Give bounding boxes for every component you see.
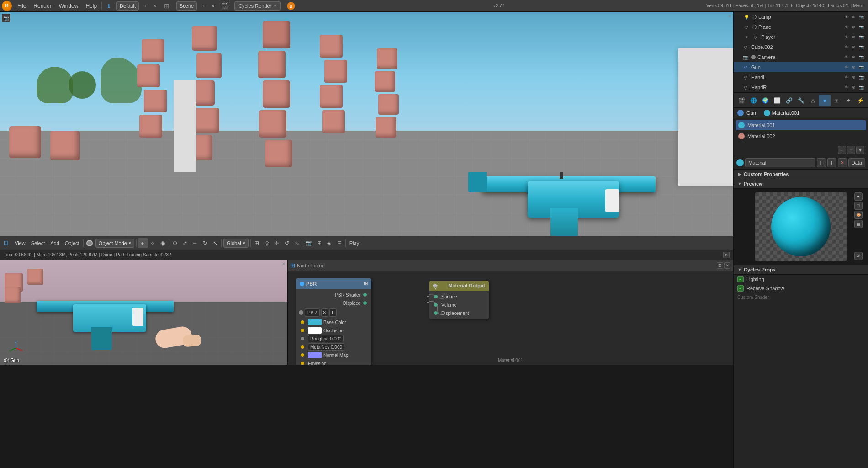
preview-monkey-btn[interactable]: 🐵 xyxy=(854,211,863,219)
particles-icon[interactable]: ✦ xyxy=(842,95,854,106)
wire-view-btn[interactable]: ○ xyxy=(148,238,158,248)
translate-btn[interactable]: ↔ xyxy=(190,238,200,248)
normal-map-swatch[interactable] xyxy=(308,352,322,358)
player-eye-btn[interactable]: 👁 xyxy=(843,34,850,40)
solid-view-btn[interactable]: ● xyxy=(138,238,148,248)
scene-props-icon[interactable]: 🌐 xyxy=(747,95,759,106)
handr-render-btn[interactable]: 📷 xyxy=(858,84,864,90)
rendered-view-btn[interactable]: ◉ xyxy=(158,238,168,248)
rotate-tool-btn[interactable]: ↺ xyxy=(282,238,292,248)
menu-help[interactable]: Help xyxy=(82,0,101,12)
select-menu[interactable]: Select xyxy=(28,238,48,248)
proportional-btn[interactable]: ◎ xyxy=(262,238,272,248)
preview-mat-btn[interactable]: ▦ xyxy=(854,220,863,228)
occlusion-swatch[interactable] xyxy=(308,327,322,334)
lamp-cursor-btn[interactable]: ⊕ xyxy=(851,14,857,20)
sv-corner-btn[interactable]: ✕ xyxy=(282,261,286,266)
render-props-icon[interactable]: 🎬 xyxy=(736,95,747,106)
add-menu[interactable]: Add xyxy=(48,238,62,248)
mat-data-btn[interactable]: Data xyxy=(848,158,865,167)
transform-global-selector[interactable]: Global ▾ xyxy=(223,239,249,248)
pbr-num-field[interactable]: 8 xyxy=(321,308,328,317)
handl-eye-btn[interactable]: 👁 xyxy=(843,74,850,80)
pbr-f-btn[interactable]: F xyxy=(329,308,337,317)
handl-cursor-btn[interactable]: ⊕ xyxy=(851,74,857,80)
obj-item-gun[interactable]: ▽ Gun 👁 ⊕ 📷 xyxy=(734,62,868,72)
world-props-icon[interactable]: 🌍 xyxy=(759,95,771,106)
mat-add-btn[interactable]: + xyxy=(838,146,846,154)
handr-cursor-btn[interactable]: ⊕ xyxy=(851,84,857,90)
handl-render-btn[interactable]: 📷 xyxy=(858,74,864,80)
obj-item-handl[interactable]: ▽ HandL 👁 ⊕ 📷 xyxy=(734,72,868,82)
obj-item-camera[interactable]: 📷 Camera 👁 ⊕ 📷 xyxy=(734,52,868,62)
object-menu[interactable]: Object xyxy=(62,238,82,248)
plane-eye-btn[interactable]: 👁 xyxy=(843,24,850,30)
pbr-node[interactable]: PBR ⊞ PBR Shader xyxy=(296,278,371,365)
small-viewport[interactable]: x y z (0) Gun ✕ xyxy=(0,260,288,365)
pivot-btn[interactable]: ⊙ xyxy=(170,238,180,248)
manipulator-btn[interactable]: ⤢ xyxy=(180,238,190,248)
texture-props-icon[interactable]: ⊞ xyxy=(831,95,842,106)
rotate-btn[interactable]: ↻ xyxy=(200,238,210,248)
cube002-eye-btn[interactable]: 👁 xyxy=(843,44,850,50)
modifiers-icon[interactable]: 🔧 xyxy=(795,95,807,106)
material-props-icon[interactable]: ● xyxy=(819,95,831,106)
menu-file[interactable]: File xyxy=(14,0,30,12)
obj-item-plane[interactable]: ▽ Plane 👁 ⊕ 📷 xyxy=(734,22,868,32)
custom-properties-section[interactable]: ▶ Custom Properties xyxy=(734,170,868,179)
cube002-cursor-btn[interactable]: ⊕ xyxy=(851,44,857,50)
metalness-field[interactable]: MetalNes:0.000 xyxy=(308,343,344,351)
player-cursor-btn[interactable]: ⊕ xyxy=(851,34,857,40)
lighting-checkbox[interactable]: ✓ xyxy=(737,276,744,282)
camera-icon[interactable]: 📷 xyxy=(2,14,10,22)
view-menu[interactable]: View xyxy=(12,238,28,248)
data-props-icon[interactable]: △ xyxy=(807,95,819,106)
mat-down-btn[interactable]: ▼ xyxy=(856,146,864,154)
preview-section-header[interactable]: ▼ Preview xyxy=(734,179,868,189)
cube002-render-btn[interactable]: 📷 xyxy=(858,44,864,50)
mat-f-btn[interactable]: F xyxy=(817,158,826,167)
player-render-btn[interactable]: 📷 xyxy=(858,34,864,40)
camera-cursor-btn[interactable]: ⊕ xyxy=(851,54,857,60)
constraints-icon[interactable]: 🔗 xyxy=(783,95,795,106)
roughness-field[interactable]: Roughne:0.000 xyxy=(308,335,344,342)
preview-plane-btn[interactable]: □ xyxy=(854,202,863,210)
lamp-render-btn[interactable]: 📷 xyxy=(858,14,864,20)
cycles-props-section[interactable]: ▼ Cycles Props xyxy=(734,265,868,275)
base-color-swatch[interactable] xyxy=(308,319,322,325)
viewport-icon-1[interactable]: 📷 xyxy=(304,238,314,248)
node-editor[interactable]: ⊞ Node Editor ⊞ ✕ xyxy=(288,260,733,365)
move-tool-btn[interactable]: ✛ xyxy=(272,238,282,248)
lamp-eye-btn[interactable]: 👁 xyxy=(843,14,850,20)
mat-close-btn[interactable]: × xyxy=(838,158,847,167)
close-status-btn[interactable]: ✕ xyxy=(723,252,730,258)
mat-remove-btn[interactable]: − xyxy=(847,146,855,154)
object-props-icon[interactable]: ⬜ xyxy=(771,95,783,106)
mat-add-icon-btn[interactable]: + xyxy=(827,158,836,167)
play-btn[interactable]: Play xyxy=(347,238,362,248)
add-workspace-btn[interactable]: + xyxy=(142,2,150,10)
obj-item-lamp[interactable]: 💡 Lamp 👁 ⊕ 📷 xyxy=(734,12,868,22)
obj-item-handr[interactable]: ▽ HandR 👁 ⊕ 📷 xyxy=(734,82,868,92)
node-zoom-btn[interactable]: ⊞ xyxy=(717,262,723,269)
material-output-node[interactable]: ▽ Material Output Surface xyxy=(429,281,489,319)
scale-btn[interactable]: ⤡ xyxy=(210,238,220,248)
menu-render[interactable]: Render xyxy=(30,0,55,12)
plane-render-btn[interactable]: 📷 xyxy=(858,24,864,30)
camera-eye-btn[interactable]: 👁 xyxy=(843,54,850,60)
snap-btn[interactable]: ⊞ xyxy=(252,238,262,248)
handr-eye-btn[interactable]: 👁 xyxy=(843,84,850,90)
render-engine-selector[interactable]: Cycles Render ▾ xyxy=(234,1,281,11)
physics-icon[interactable]: ⚡ xyxy=(854,95,866,106)
camera-render-btn[interactable]: 📷 xyxy=(858,54,864,60)
workspace-default[interactable]: Default xyxy=(116,1,139,11)
obj-item-player[interactable]: ▼ ▽ Player 👁 ⊕ 📷 xyxy=(734,32,868,42)
object-mode-selector[interactable]: Object Mode ▾ xyxy=(95,239,134,248)
node-close-btn[interactable]: ✕ xyxy=(724,262,730,269)
material-name-field[interactable]: Material. xyxy=(745,158,815,167)
viewport-icon-3[interactable]: ◈ xyxy=(324,238,334,248)
workspace-scene[interactable]: Scene xyxy=(176,1,197,11)
gun-eye-btn[interactable]: 👁 xyxy=(843,64,850,70)
material-item-002[interactable]: Material.002 xyxy=(736,131,866,141)
scale-tool-btn[interactable]: ⤡ xyxy=(292,238,302,248)
